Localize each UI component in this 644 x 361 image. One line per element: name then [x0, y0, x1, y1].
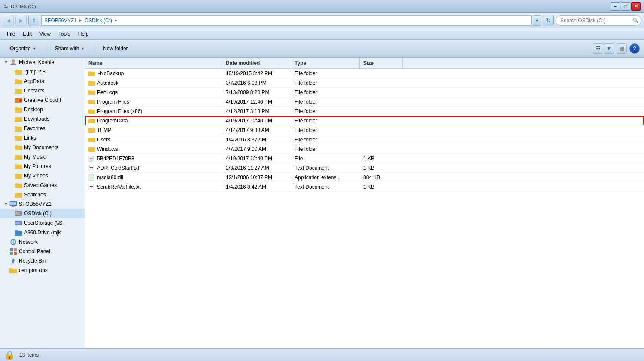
- file-date: 4/19/2017 12:40 PM: [222, 156, 291, 162]
- sidebar-item-osdisk[interactable]: OSDisk (C:): [0, 209, 85, 218]
- title-bar-left: 🗂 OSDisk (C:): [3, 4, 36, 9]
- svg-marker-76: [93, 165, 94, 167]
- sidebar-item-mymusic[interactable]: My Music: [0, 152, 85, 162]
- sidebar-item-savedgames[interactable]: Saved Games: [0, 180, 85, 190]
- close-button[interactable]: ✕: [631, 2, 641, 11]
- svg-rect-15: [15, 126, 18, 128]
- table-row[interactable]: Windows 4/7/2017 9:00 AM File folder: [85, 144, 644, 154]
- sidebar-item-certpartops[interactable]: cert part ops: [0, 266, 85, 275]
- sidebar-item-links[interactable]: Links: [0, 133, 85, 143]
- toolbar-view-icons: ☷ ▼ ▦ ?: [593, 43, 640, 54]
- maximize-button[interactable]: □: [621, 2, 630, 11]
- search-input[interactable]: [556, 15, 641, 26]
- sidebar-item-michael[interactable]: ▼Michael Koehle: [0, 58, 85, 67]
- view-list-button[interactable]: ☷: [593, 43, 603, 54]
- title-bar-icon: 🗂: [3, 4, 8, 9]
- table-row[interactable]: ProgramData 4/19/2017 12:40 PM File fold…: [85, 116, 644, 125]
- sidebar-item-a360drive[interactable]: A360 Drive (mjk: [0, 228, 85, 237]
- share-with-button[interactable]: Share with ▼: [49, 41, 91, 56]
- breadcrumb-item-2[interactable]: OSDisk (C:): [85, 18, 112, 24]
- search-icon-button[interactable]: 🔍: [632, 18, 639, 24]
- menu-help[interactable]: Help: [75, 30, 92, 38]
- table-row[interactable]: Users 1/4/2016 8:37 AM File folder: [85, 135, 644, 144]
- up-button[interactable]: ⇧: [28, 15, 39, 26]
- svg-rect-55: [88, 81, 91, 82]
- preview-pane-button[interactable]: ▦: [617, 43, 627, 54]
- menu-view[interactable]: View: [36, 30, 54, 38]
- table-row[interactable]: 5B42ED1F70B8 4/19/2017 12:40 PM File 1 K…: [85, 154, 644, 163]
- sidebar-label: Downloads: [24, 116, 49, 122]
- column-header-type[interactable]: Type: [291, 58, 360, 68]
- expand-icon: [9, 135, 14, 141]
- table-row[interactable]: Autodesk 3/7/2016 6:08 PM File folder: [85, 78, 644, 88]
- column-header-size[interactable]: Size: [360, 58, 403, 68]
- svg-rect-88: [90, 188, 92, 188]
- expand-icon: [3, 268, 9, 273]
- back-button[interactable]: ◀: [3, 15, 14, 26]
- new-folder-button[interactable]: New folder: [97, 41, 133, 56]
- expand-icon: [9, 98, 14, 103]
- svg-point-0: [12, 59, 15, 63]
- svg-rect-2: [15, 70, 18, 71]
- svg-rect-23: [15, 164, 18, 165]
- svg-rect-46: [10, 248, 13, 251]
- toolbar: Organize ▼ Share with ▼ New folder ☷ ▼ ▦…: [0, 40, 644, 58]
- file-type: Text Document: [291, 184, 360, 190]
- sidebar-item-downloads[interactable]: Downloads: [0, 114, 85, 124]
- sidebar-item-mydocuments[interactable]: My Documents: [0, 143, 85, 152]
- sidebar-item-searches[interactable]: Searches: [0, 190, 85, 199]
- sidebar-item-myvideos[interactable]: My Videos: [0, 171, 85, 180]
- table-row[interactable]: ~NoBackup 10/19/2015 3:42 PM File folder: [85, 69, 644, 78]
- svg-rect-49: [14, 252, 17, 255]
- help-button[interactable]: ?: [629, 43, 640, 54]
- address-dropdown-button[interactable]: ▼: [533, 15, 541, 26]
- menu-edit[interactable]: Edit: [19, 30, 35, 38]
- forward-button[interactable]: ▶: [15, 15, 27, 26]
- sidebar-item-creativecloud[interactable]: Creative Cloud F: [0, 95, 85, 105]
- status-item-count: 13 items: [19, 352, 39, 358]
- menu-tools[interactable]: Tools: [55, 30, 74, 38]
- file-name: Program Files (x86): [85, 108, 222, 114]
- menu-file[interactable]: File: [3, 30, 18, 38]
- svg-marker-71: [93, 156, 94, 157]
- view-dropdown-button[interactable]: ▼: [604, 43, 614, 54]
- sidebar-item-desktop[interactable]: Desktop: [0, 105, 85, 114]
- file-type: File folder: [291, 146, 360, 152]
- sidebar-label: AppData: [24, 78, 44, 84]
- svg-rect-57: [88, 90, 91, 92]
- column-header-name[interactable]: Name: [85, 58, 222, 68]
- sidebar-item-recyclebin[interactable]: Recycle Bin: [0, 256, 85, 266]
- file-type: File folder: [291, 70, 360, 76]
- table-row[interactable]: ADR_ColdStart.txt 2/3/2016 11:27 AM Text…: [85, 163, 644, 173]
- svg-rect-25: [15, 174, 18, 175]
- organize-button[interactable]: Organize ▼: [4, 41, 42, 56]
- sidebar-item-contacts[interactable]: Contacts: [0, 86, 85, 95]
- svg-rect-87: [90, 187, 93, 187]
- svg-rect-51: [9, 268, 13, 269]
- breadcrumb-item-1[interactable]: SFOB56VYZ1: [44, 18, 77, 24]
- sidebar-label: My Pictures: [24, 163, 51, 169]
- table-row[interactable]: Program Files 4/19/2017 12:40 PM File fo…: [85, 97, 644, 107]
- column-header-date[interactable]: Date modified: [222, 58, 291, 68]
- table-row[interactable]: msdia80.dll 12/1/2006 10:37 PM Applicati…: [85, 173, 644, 182]
- file-list-area: Name Date modified Type Size ~NoBackup 1…: [85, 58, 644, 348]
- file-size: 1 KB: [360, 184, 403, 190]
- table-row[interactable]: TEMP 4/14/2017 9:33 AM File folder: [85, 125, 644, 135]
- table-row[interactable]: Program Files (x86) 4/12/2017 3:13 PM Fi…: [85, 107, 644, 116]
- sidebar-item-userstorage[interactable]: UserStorage (\\S: [0, 218, 85, 228]
- sidebar-item-gimp[interactable]: .gimp-2.8: [0, 67, 85, 76]
- minimize-button[interactable]: −: [611, 2, 620, 11]
- sidebar-item-mypictures[interactable]: My Pictures: [0, 162, 85, 171]
- organize-dropdown-icon: ▼: [33, 46, 36, 51]
- table-row[interactable]: ScrubRetValFile.txt 1/4/2016 8:42 AM Tex…: [85, 182, 644, 192]
- expand-icon: [9, 116, 14, 122]
- table-row[interactable]: PerfLogs 7/13/2009 8:20 PM File folder: [85, 88, 644, 97]
- sidebar-item-favorites[interactable]: Favorites: [0, 124, 85, 133]
- refresh-button[interactable]: ↻: [543, 15, 554, 26]
- search-area: 🔍: [556, 15, 641, 26]
- svg-rect-69: [88, 147, 91, 148]
- sidebar-item-network[interactable]: Network: [0, 237, 85, 247]
- sidebar-item-appdata[interactable]: AppData: [0, 76, 85, 86]
- sidebar-item-controlpanel[interactable]: Control Panel: [0, 247, 85, 256]
- sidebar-item-sfob56vyz1[interactable]: ▼SFOB56VYZ1: [0, 199, 85, 209]
